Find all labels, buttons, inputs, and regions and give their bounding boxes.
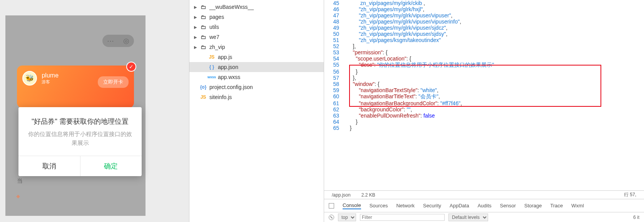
line-number: 64 (324, 119, 345, 125)
line-content: "desc": "你的位置信息将用于小程序位置接口的效果展示" (345, 62, 644, 69)
code-line[interactable]: 61 "navigationBarBackgroundColor": "#ff7… (324, 100, 644, 106)
code-line[interactable]: 46 "zh_vip/pages/my/glrk/hxjl", (324, 6, 644, 12)
line-number: 48 (324, 18, 345, 25)
device-preview: ⋯ ◎ ✓ 🐝 plume 游客 立即开卡 当 ⌖ "好品券" 需要获取你的地理… (0, 0, 189, 222)
code-line[interactable]: 65 } (324, 125, 644, 131)
code-line[interactable]: 47 "zh_vip/pages/my/glrk/vipuser/vipuser… (324, 12, 644, 18)
inspect-icon[interactable] (329, 203, 334, 209)
file-node[interactable]: JSapp.js (189, 52, 324, 62)
line-number: 53 (324, 49, 345, 56)
line-content: } (345, 125, 644, 131)
devtools-tab[interactable]: Wxml (571, 203, 584, 209)
avatar: 🐝 (22, 71, 37, 86)
devtools-tab[interactable]: Audits (478, 203, 492, 209)
expand-arrow-icon[interactable]: ▶ (194, 45, 198, 49)
devtools-tab[interactable]: Storage (524, 203, 542, 209)
file-node[interactable]: ▶🗀zh_vip (189, 42, 324, 52)
code-line[interactable]: 55 "desc": "你的位置信息将用于小程序位置接口的效果展示" (324, 62, 644, 69)
line-content: zn_vip/pages/my/girk/ckib , (345, 0, 644, 6)
file-node[interactable]: { }app.json (189, 62, 324, 72)
code-line[interactable]: 50 "zh_vip/pages/my/glrk/vipuser/sjdsy", (324, 31, 644, 37)
line-number: 51 (324, 37, 345, 43)
file-node[interactable]: ▶🗀we7 (189, 32, 324, 42)
line-number: 65 (324, 125, 345, 131)
json-icon: {o} (199, 84, 207, 90)
line-content: "zh_vip/pages/my/glrk/vipuser/vipuser", (345, 12, 644, 18)
open-card-button[interactable]: 立即开卡 (98, 76, 129, 88)
code-line[interactable]: 62 "backgroundColor": "", (324, 106, 644, 113)
expand-arrow-icon[interactable]: ▶ (194, 5, 198, 9)
levels-select[interactable]: Default levels (448, 214, 488, 221)
file-node[interactable]: ▶🗀utils (189, 22, 324, 32)
devtools-tab[interactable]: Trace (550, 203, 563, 209)
capsule-buttons[interactable]: ⋯ ◎ (102, 35, 134, 47)
expand-arrow-icon[interactable]: ▶ (194, 15, 198, 19)
file-name: project.config.json (209, 84, 253, 90)
filter-input[interactable] (360, 214, 445, 221)
code-line[interactable]: 64 } (324, 119, 644, 125)
line-content: "window": { (345, 81, 644, 87)
line-number: 55 (324, 62, 345, 69)
line-content: "navigationBarBackgroundColor": "#ff7f46… (345, 100, 644, 106)
console-toolbar[interactable]: top Default levels 6 it (324, 212, 644, 222)
json-icon: { } (208, 64, 216, 70)
code-line[interactable]: 49 "zh_vip/pages/my/glrk/vipuser/sjdcz", (324, 25, 644, 31)
file-node[interactable]: wxssapp.wxss (189, 72, 324, 82)
devtools-tab[interactable]: Console (343, 202, 361, 209)
menu-icon[interactable]: ⋯ (102, 35, 118, 47)
devtools-tab[interactable]: Network (396, 203, 415, 209)
code-line[interactable]: 57 }, (324, 75, 644, 81)
file-path: /app.json (332, 192, 351, 198)
devtools-tab[interactable]: Security (423, 203, 441, 209)
line-number: 57 (324, 75, 345, 81)
devtools-tab[interactable]: Sources (370, 203, 388, 209)
code-line[interactable]: 48 "zh_vip/pages/my/glrk/vipuser/vipuser… (324, 18, 644, 25)
file-name: pages (209, 14, 224, 20)
cancel-button[interactable]: 取消 (18, 156, 80, 176)
js-icon: JS (199, 94, 207, 100)
code-line[interactable]: 52 ], (324, 43, 644, 49)
code-line[interactable]: 58 "window": { (324, 81, 644, 87)
dialog-desc: 你的位置信息将用于小程序位置接口的效果展示 (18, 130, 142, 156)
line-number: 59 (324, 87, 345, 93)
file-node[interactable]: ▶🗀pages (189, 12, 324, 22)
code-line[interactable]: 59 "navigationBarTextStyle": "white", (324, 87, 644, 93)
line-number: 52 (324, 43, 345, 49)
ok-button[interactable]: 确定 (80, 156, 142, 176)
clear-console-icon[interactable] (329, 215, 334, 220)
line-content: }, (345, 75, 644, 81)
file-explorer[interactable]: ▶🗀__wuBaseWxss__▶🗀pages▶🗀utils▶🗀we7▶🗀zh_… (189, 0, 324, 222)
line-content: ], (345, 43, 644, 49)
code-line[interactable]: 51 "zh_vip/pages/ksgm/takeoutindex" (324, 37, 644, 43)
code-line[interactable]: 53 "permission": { (324, 49, 644, 56)
expand-arrow-icon[interactable]: ▶ (194, 35, 198, 39)
line-number: 54 (324, 56, 345, 62)
code-line[interactable]: 56 } (324, 69, 644, 75)
devtools-tab[interactable]: AppData (450, 203, 469, 209)
context-select[interactable]: top (338, 214, 356, 221)
code-line[interactable]: 54 "scope.userLocation": { (324, 56, 644, 62)
target-icon[interactable]: ◎ (118, 35, 134, 47)
js-icon: JS (208, 54, 216, 60)
file-node[interactable]: JSsiteinfo.js (189, 92, 324, 102)
folder-icon: 🗀 (199, 14, 207, 20)
file-name: __wuBaseWxss__ (209, 4, 254, 10)
code-line[interactable]: 45 zn_vip/pages/my/girk/ckib , (324, 0, 644, 6)
line-content: "scope.userLocation": { (345, 56, 644, 62)
devtools-tab[interactable]: Sensor (500, 203, 516, 209)
code-line[interactable]: 63 "enablePullDownRefresh": false (324, 113, 644, 119)
code-line[interactable]: 60 "navigationBarTitleText": "会员卡", (324, 93, 644, 100)
line-number: 58 (324, 81, 345, 87)
line-content: "zh_vip/pages/my/glrk/vipuser/sjdcz", (345, 25, 644, 31)
line-number: 62 (324, 106, 345, 113)
folder-icon: 🗀 (199, 44, 207, 50)
code-area[interactable]: 45 zn_vip/pages/my/girk/ckib ,46 "zh_vip… (324, 0, 644, 190)
file-node[interactable]: ▶🗀__wuBaseWxss__ (189, 2, 324, 12)
line-content: } (345, 119, 644, 125)
left-cut-label: 当 (17, 177, 23, 185)
expand-arrow-icon[interactable]: ▶ (194, 25, 198, 29)
user-role: 游客 (42, 79, 59, 85)
file-node[interactable]: {o}project.config.json (189, 82, 324, 92)
file-name: utils (209, 24, 219, 30)
devtools-tabs[interactable]: ConsoleSourcesNetworkSecurityAppDataAudi… (324, 199, 644, 212)
